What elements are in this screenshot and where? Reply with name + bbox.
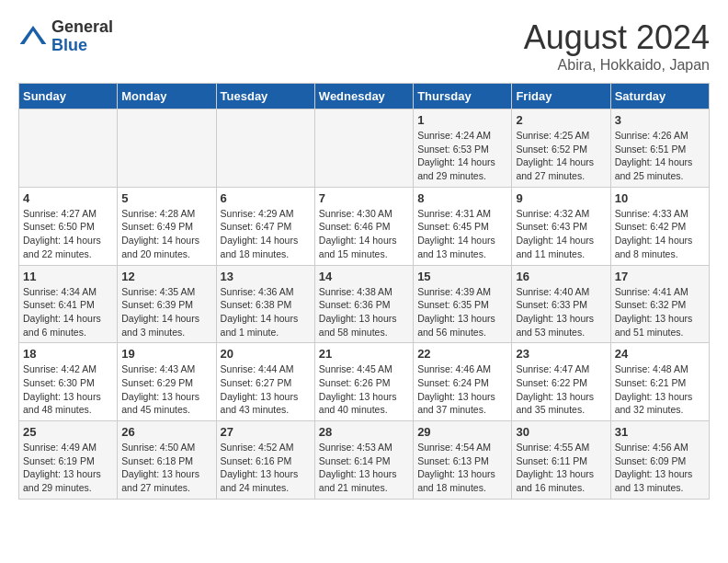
title-block: August 2024 Abira, Hokkaido, Japan	[524, 18, 710, 74]
calendar-cell: 24Sunrise: 4:48 AM Sunset: 6:21 PM Dayli…	[610, 343, 709, 421]
weekday-header-saturday: Saturday	[610, 84, 709, 109]
logo: General Blue	[18, 18, 113, 55]
calendar-cell: 18Sunrise: 4:42 AM Sunset: 6:30 PM Dayli…	[19, 343, 118, 421]
calendar-cell	[216, 109, 314, 188]
day-number: 4	[23, 191, 113, 205]
day-info: Sunrise: 4:43 AM Sunset: 6:29 PM Dayligh…	[121, 362, 211, 417]
calendar-cell	[118, 109, 216, 188]
day-info: Sunrise: 4:41 AM Sunset: 6:32 PM Dayligh…	[615, 285, 705, 339]
day-number: 8	[417, 191, 507, 205]
day-info: Sunrise: 4:48 AM Sunset: 6:21 PM Dayligh…	[615, 362, 705, 417]
weekday-header-sunday: Sunday	[19, 84, 118, 109]
day-number: 11	[23, 270, 113, 283]
calendar-cell: 16Sunrise: 4:40 AM Sunset: 6:33 PM Dayli…	[512, 265, 610, 343]
day-info: Sunrise: 4:34 AM Sunset: 6:41 PM Dayligh…	[23, 285, 113, 339]
day-info: Sunrise: 4:45 AM Sunset: 6:26 PM Dayligh…	[319, 362, 409, 417]
calendar-cell: 20Sunrise: 4:44 AM Sunset: 6:27 PM Dayli…	[216, 343, 314, 421]
calendar-cell: 1Sunrise: 4:24 AM Sunset: 6:53 PM Daylig…	[414, 109, 512, 188]
calendar-cell: 12Sunrise: 4:35 AM Sunset: 6:39 PM Dayli…	[118, 265, 216, 343]
day-number: 19	[121, 347, 211, 361]
day-info: Sunrise: 4:54 AM Sunset: 6:13 PM Dayligh…	[417, 441, 507, 495]
logo-general: General	[51, 18, 113, 37]
day-info: Sunrise: 4:50 AM Sunset: 6:18 PM Dayligh…	[121, 441, 211, 495]
day-info: Sunrise: 4:32 AM Sunset: 6:43 PM Dayligh…	[516, 207, 606, 261]
weekday-header-friday: Friday	[512, 84, 610, 109]
page-header: General Blue August 2024 Abira, Hokkaido…	[18, 18, 710, 74]
calendar-week-5: 25Sunrise: 4:49 AM Sunset: 6:19 PM Dayli…	[19, 421, 710, 500]
calendar-week-4: 18Sunrise: 4:42 AM Sunset: 6:30 PM Dayli…	[19, 343, 710, 421]
logo-text: General Blue	[51, 18, 113, 55]
calendar-cell: 2Sunrise: 4:25 AM Sunset: 6:52 PM Daylig…	[512, 109, 610, 188]
day-number: 14	[319, 270, 409, 283]
calendar-cell: 3Sunrise: 4:26 AM Sunset: 6:51 PM Daylig…	[610, 109, 709, 188]
day-number: 12	[121, 270, 211, 283]
day-number: 2	[516, 113, 606, 127]
day-number: 5	[121, 191, 211, 205]
calendar-cell: 13Sunrise: 4:36 AM Sunset: 6:38 PM Dayli…	[216, 265, 314, 343]
day-info: Sunrise: 4:46 AM Sunset: 6:24 PM Dayligh…	[417, 362, 507, 417]
day-info: Sunrise: 4:35 AM Sunset: 6:39 PM Dayligh…	[121, 285, 211, 339]
calendar-cell	[19, 109, 118, 188]
calendar-cell: 14Sunrise: 4:38 AM Sunset: 6:36 PM Dayli…	[314, 265, 413, 343]
day-number: 6	[221, 191, 311, 205]
calendar-cell: 22Sunrise: 4:46 AM Sunset: 6:24 PM Dayli…	[414, 343, 512, 421]
day-info: Sunrise: 4:38 AM Sunset: 6:36 PM Dayligh…	[319, 285, 409, 339]
calendar-cell: 11Sunrise: 4:34 AM Sunset: 6:41 PM Dayli…	[19, 265, 118, 343]
day-number: 25	[23, 425, 113, 439]
calendar-cell: 26Sunrise: 4:50 AM Sunset: 6:18 PM Dayli…	[118, 421, 216, 500]
calendar-subtitle: Abira, Hokkaido, Japan	[524, 57, 710, 74]
weekday-header-row: SundayMondayTuesdayWednesdayThursdayFrid…	[19, 84, 710, 109]
day-number: 9	[516, 191, 606, 205]
day-info: Sunrise: 4:33 AM Sunset: 6:42 PM Dayligh…	[615, 207, 705, 261]
weekday-header-wednesday: Wednesday	[314, 84, 413, 109]
calendar-week-1: 1Sunrise: 4:24 AM Sunset: 6:53 PM Daylig…	[19, 109, 710, 188]
day-info: Sunrise: 4:52 AM Sunset: 6:16 PM Dayligh…	[221, 441, 311, 495]
day-number: 10	[615, 191, 705, 205]
day-number: 24	[615, 347, 705, 361]
day-info: Sunrise: 4:25 AM Sunset: 6:52 PM Dayligh…	[516, 129, 606, 183]
calendar-title: August 2024	[524, 18, 710, 57]
calendar-cell: 8Sunrise: 4:31 AM Sunset: 6:45 PM Daylig…	[414, 187, 512, 265]
calendar-week-2: 4Sunrise: 4:27 AM Sunset: 6:50 PM Daylig…	[19, 187, 710, 265]
day-number: 28	[319, 425, 409, 439]
day-info: Sunrise: 4:36 AM Sunset: 6:38 PM Dayligh…	[221, 285, 311, 339]
day-info: Sunrise: 4:30 AM Sunset: 6:46 PM Dayligh…	[319, 207, 409, 261]
day-info: Sunrise: 4:42 AM Sunset: 6:30 PM Dayligh…	[23, 362, 113, 417]
day-info: Sunrise: 4:26 AM Sunset: 6:51 PM Dayligh…	[615, 129, 705, 183]
calendar-cell: 7Sunrise: 4:30 AM Sunset: 6:46 PM Daylig…	[314, 187, 413, 265]
day-number: 22	[417, 347, 507, 361]
day-number: 31	[615, 425, 705, 439]
weekday-header-tuesday: Tuesday	[216, 84, 314, 109]
calendar-cell: 15Sunrise: 4:39 AM Sunset: 6:35 PM Dayli…	[414, 265, 512, 343]
calendar-cell: 21Sunrise: 4:45 AM Sunset: 6:26 PM Dayli…	[314, 343, 413, 421]
day-number: 1	[417, 113, 507, 127]
calendar-cell	[314, 109, 413, 188]
day-number: 16	[516, 270, 606, 283]
day-info: Sunrise: 4:28 AM Sunset: 6:49 PM Dayligh…	[121, 207, 211, 261]
day-number: 7	[319, 191, 409, 205]
day-info: Sunrise: 4:40 AM Sunset: 6:33 PM Dayligh…	[516, 285, 606, 339]
day-info: Sunrise: 4:29 AM Sunset: 6:47 PM Dayligh…	[221, 207, 311, 261]
day-info: Sunrise: 4:56 AM Sunset: 6:09 PM Dayligh…	[615, 441, 705, 495]
day-info: Sunrise: 4:39 AM Sunset: 6:35 PM Dayligh…	[417, 285, 507, 339]
logo-blue: Blue	[51, 37, 113, 55]
calendar-week-3: 11Sunrise: 4:34 AM Sunset: 6:41 PM Dayli…	[19, 265, 710, 343]
day-info: Sunrise: 4:53 AM Sunset: 6:14 PM Dayligh…	[319, 441, 409, 495]
day-info: Sunrise: 4:31 AM Sunset: 6:45 PM Dayligh…	[417, 207, 507, 261]
day-number: 23	[516, 347, 606, 361]
day-number: 30	[516, 425, 606, 439]
day-number: 13	[221, 270, 311, 283]
day-info: Sunrise: 4:27 AM Sunset: 6:50 PM Dayligh…	[23, 207, 113, 261]
day-info: Sunrise: 4:49 AM Sunset: 6:19 PM Dayligh…	[23, 441, 113, 495]
calendar-cell: 6Sunrise: 4:29 AM Sunset: 6:47 PM Daylig…	[216, 187, 314, 265]
day-number: 17	[615, 270, 705, 283]
day-number: 3	[615, 113, 705, 127]
calendar-cell: 9Sunrise: 4:32 AM Sunset: 6:43 PM Daylig…	[512, 187, 610, 265]
calendar-cell: 27Sunrise: 4:52 AM Sunset: 6:16 PM Dayli…	[216, 421, 314, 500]
calendar-cell: 28Sunrise: 4:53 AM Sunset: 6:14 PM Dayli…	[314, 421, 413, 500]
day-number: 27	[221, 425, 311, 439]
calendar-cell: 30Sunrise: 4:55 AM Sunset: 6:11 PM Dayli…	[512, 421, 610, 500]
day-info: Sunrise: 4:24 AM Sunset: 6:53 PM Dayligh…	[417, 129, 507, 183]
day-number: 26	[121, 425, 211, 439]
calendar-cell: 10Sunrise: 4:33 AM Sunset: 6:42 PM Dayli…	[610, 187, 709, 265]
